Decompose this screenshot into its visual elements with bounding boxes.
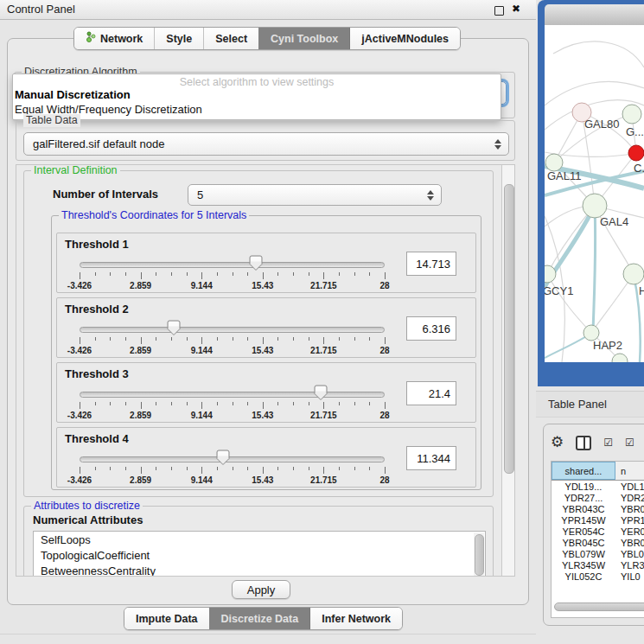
network-canvas[interactable]: GAL80G...GAL11C...GAL4GCY1HHAP2 (545, 25, 644, 362)
cyni-mode-tabs: Impute DataDiscretize DataInfer Network (124, 607, 403, 630)
threshold-label: Threshold 4 (65, 432, 129, 445)
cell-name: YBR0 (615, 538, 644, 548)
slider-thumb[interactable] (167, 320, 181, 336)
tab-impute-data[interactable]: Impute Data (124, 608, 209, 629)
table-data-combobox[interactable]: galFiltered.sif default node (23, 132, 509, 156)
group-title: Interval Definition (31, 164, 120, 177)
tab-style[interactable]: Style (154, 28, 203, 49)
float-window-icon[interactable] (494, 6, 504, 16)
threshold-value-field[interactable]: 6.316 (406, 316, 456, 341)
threshold-3-box: Threshold 3 -3.4262.8599.14415.4321.7152… (56, 362, 476, 423)
tab-select[interactable]: Select (203, 28, 258, 49)
settings-scroll-pane: Interval Definition Number of Intervals … (16, 164, 515, 577)
tick-mark (263, 467, 264, 474)
horizontal-scrollbar[interactable] (552, 602, 644, 612)
slider-track[interactable] (80, 327, 385, 333)
threshold-value-field[interactable]: 21.4 (406, 381, 456, 405)
table-row[interactable]: YBR045CYBR0 (552, 537, 644, 548)
table-panel: ⚙ ☑ ☑ shared... n YDL19...YDL1YDR27...YD… (543, 424, 644, 626)
tab-label: jActiveMNodules (361, 33, 449, 45)
tick-mark (293, 467, 294, 470)
attribute-list-item[interactable]: TopologicalCoefficient (34, 547, 485, 563)
table-row[interactable]: YER054CYER0 (552, 526, 644, 537)
network-node-gal11[interactable] (545, 154, 563, 171)
column-layout-icon[interactable] (576, 436, 591, 450)
table-row[interactable]: YBL079WYBL0 (552, 548, 644, 559)
scale-label: 21.715 (310, 281, 337, 290)
tick-mark (339, 402, 340, 405)
tick-mark (277, 402, 278, 405)
threshold-label: Threshold 1 (65, 238, 129, 251)
table-row[interactable]: YDR27...YDR2 (552, 492, 644, 503)
tab-network[interactable]: Network (74, 28, 154, 49)
tick-mark (277, 467, 278, 470)
scale-label: 9.144 (191, 346, 213, 355)
threshold-label: Threshold 3 (65, 367, 129, 380)
group-title: Attributes to discretize (31, 500, 143, 513)
table-row[interactable]: YIL052CYIL0 (552, 571, 644, 582)
scale-label: 2.859 (130, 281, 151, 290)
scrollbar-thumb[interactable] (554, 603, 644, 611)
cell-shared-name: YIL052C (552, 571, 615, 582)
attribute-list-item[interactable]: BetweennessCentrality (34, 563, 485, 577)
number-of-intervals-label: Number of Intervals (53, 188, 158, 201)
tick-mark (354, 467, 355, 470)
tick-mark (80, 467, 80, 474)
network-node-h[interactable] (623, 264, 644, 284)
threshold-value-field[interactable]: 14.713 (406, 252, 456, 276)
tab-discretize-data[interactable]: Discretize Data (209, 608, 310, 629)
network-node-gcy1[interactable] (545, 265, 556, 283)
apply-button[interactable]: Apply (232, 580, 290, 599)
network-node-c[interactable] (628, 145, 644, 161)
list-scrollbar[interactable] (474, 532, 484, 577)
slider-thumb[interactable] (216, 450, 230, 466)
slider-scale-labels: -3.4262.8599.14415.4321.71528 (80, 346, 385, 356)
tab-infer-network[interactable]: Infer Network (309, 608, 402, 629)
tick-mark (171, 467, 172, 470)
tick-mark (141, 337, 142, 344)
vertical-scrollbar[interactable] (501, 165, 514, 576)
gear-icon[interactable]: ⚙ (551, 435, 564, 450)
close-icon[interactable]: ✖ (512, 3, 520, 15)
attributes-to-discretize-group: Attributes to discretize Numerical Attri… (23, 506, 494, 577)
table-row[interactable]: YLR345WYLR3 (552, 559, 644, 571)
slider-thumb[interactable] (314, 385, 328, 401)
slider-track[interactable] (80, 392, 385, 398)
scrollbar-thumb[interactable] (504, 184, 514, 474)
table-row[interactable]: YBR043CYBR0 (552, 503, 644, 514)
cell-shared-name: YDR27... (552, 493, 615, 503)
tab-label: Select (215, 33, 247, 45)
tick-mark (339, 272, 340, 276)
network-node-g[interactable] (622, 105, 641, 124)
table-row[interactable]: YPR145WYPR1 (552, 514, 644, 526)
slider-thumb[interactable] (249, 255, 263, 271)
menu-item-manual-discretization[interactable]: Manual Discretization (15, 88, 131, 101)
node-label: G... (626, 125, 644, 138)
scale-label: 28 (379, 281, 389, 290)
checkbox-icon[interactable]: ☑ (603, 437, 613, 448)
slider-track[interactable] (80, 262, 385, 268)
node-label: GAL11 (547, 169, 582, 182)
control-panel-tabs: NetworkStyleSelectCyni ToolboxjActiveMNo… (73, 27, 461, 50)
number-of-intervals-combobox[interactable]: 5 (188, 184, 442, 206)
tick-mark (323, 467, 324, 474)
tab-cyni-toolbox[interactable]: Cyni Toolbox (258, 28, 349, 49)
tick-mark (293, 272, 294, 276)
table-row[interactable]: YDL19...YDL1 (552, 481, 644, 492)
scale-label: -3.426 (67, 346, 92, 355)
threshold-2-box: Threshold 2 -3.4262.8599.14415.4321.7152… (56, 297, 476, 358)
tick-mark (217, 272, 218, 276)
node-label: HAP2 (593, 339, 622, 352)
combobox-value: 5 (197, 188, 203, 201)
tab-jactivemnodules[interactable]: jActiveMNodules (349, 28, 460, 49)
checkbox-icon[interactable]: ☑ (625, 437, 634, 448)
threshold-value-field[interactable]: 11.344 (406, 446, 456, 470)
attribute-list-item[interactable]: SelfLoops (34, 532, 485, 547)
tick-mark (171, 337, 172, 341)
column-header-name[interactable]: n (615, 462, 644, 480)
column-header-shared-name[interactable]: shared... (552, 462, 615, 480)
slider-track[interactable] (80, 456, 385, 462)
network-node-gal4[interactable] (583, 194, 607, 218)
numerical-attributes-label: Numerical Attributes (33, 513, 143, 526)
group-title: Threshold's Coordinates for 5 Intervals (59, 209, 249, 222)
